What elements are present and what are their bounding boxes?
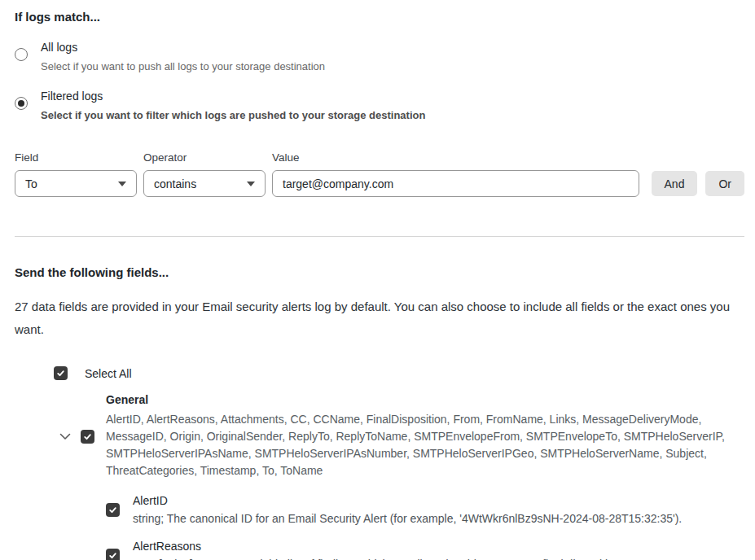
all-logs-label: All logs bbox=[41, 41, 325, 55]
alertid-checkbox[interactable] bbox=[106, 503, 120, 517]
check-icon bbox=[83, 432, 92, 441]
fields-intro-text: 27 data fields are provided in your Emai… bbox=[15, 295, 744, 341]
operator-column: Operator contains bbox=[143, 151, 266, 197]
general-group-texts: General AlertID, AlertReasons, Attachmen… bbox=[106, 393, 726, 479]
field-label: Field bbox=[15, 151, 137, 164]
radio-dot bbox=[18, 51, 24, 58]
field-item-alertreasons: AlertReasons array[string]; Human-readab… bbox=[106, 540, 744, 560]
fields-section: Send the following fields... 27 data fie… bbox=[15, 265, 744, 560]
value-input[interactable] bbox=[272, 170, 639, 197]
operator-label: Operator bbox=[143, 151, 266, 164]
or-button[interactable]: Or bbox=[705, 171, 744, 196]
check-icon bbox=[108, 551, 117, 560]
radio-button-unselected[interactable] bbox=[15, 48, 28, 61]
value-column: Value bbox=[272, 151, 639, 197]
filtered-logs-description: Select if you want to filter which logs … bbox=[41, 109, 425, 121]
chevron-down-icon[interactable] bbox=[59, 430, 72, 443]
all-logs-description: Select if you want to push all logs to y… bbox=[41, 60, 325, 72]
alertid-name: AlertID bbox=[133, 494, 682, 507]
general-group-field-list: AlertID, AlertReasons, Attachments, CC, … bbox=[106, 411, 726, 479]
general-group-title: General bbox=[106, 393, 726, 406]
select-all-checkbox[interactable] bbox=[54, 366, 68, 380]
general-group-checkbox[interactable] bbox=[81, 430, 94, 444]
log-match-radio-group: All logs Select if you want to push all … bbox=[15, 41, 744, 121]
radio-dot bbox=[18, 100, 24, 107]
field-select[interactable]: To bbox=[15, 170, 137, 197]
logpush-settings-panel: If logs match... All logs Select if you … bbox=[0, 0, 755, 560]
radio-option-all-logs[interactable]: All logs Select if you want to push all … bbox=[15, 41, 744, 72]
radio-option-filtered-logs[interactable]: Filtered logs Select if you want to filt… bbox=[15, 90, 744, 121]
alertreasons-checkbox[interactable] bbox=[106, 549, 120, 560]
send-fields-heading: Send the following fields... bbox=[15, 265, 744, 279]
chevron-down-icon bbox=[118, 182, 126, 186]
section-divider bbox=[15, 236, 744, 237]
alertid-description: string; The canonical ID for an Email Se… bbox=[133, 512, 682, 525]
field-column: Field To bbox=[15, 151, 137, 197]
select-all-label: Select All bbox=[85, 367, 132, 380]
operator-select[interactable]: contains bbox=[143, 170, 266, 197]
general-group-row: General AlertID, AlertReasons, Attachmen… bbox=[59, 393, 744, 479]
if-logs-match-heading: If logs match... bbox=[15, 10, 744, 24]
field-item-texts: AlertID string; The canonical ID for an … bbox=[133, 494, 682, 525]
select-all-row[interactable]: Select All bbox=[54, 366, 744, 380]
radio-button-selected[interactable] bbox=[15, 97, 28, 110]
field-item-texts: AlertReasons array[string]; Human-readab… bbox=[133, 540, 624, 560]
field-item-alertid: AlertID string; The canonical ID for an … bbox=[106, 494, 744, 525]
and-button[interactable]: And bbox=[652, 171, 698, 196]
condition-buttons: And Or bbox=[652, 171, 744, 196]
check-icon bbox=[56, 369, 65, 378]
value-label: Value bbox=[272, 151, 639, 164]
radio-texts: Filtered logs Select if you want to filt… bbox=[41, 90, 425, 121]
operator-select-value: contains bbox=[154, 177, 196, 190]
alertreasons-name: AlertReasons bbox=[133, 540, 624, 553]
filter-builder-row: Field To Operator contains Value And Or bbox=[15, 151, 744, 197]
filtered-logs-label: Filtered logs bbox=[41, 90, 425, 103]
check-icon bbox=[108, 505, 117, 514]
chevron-down-icon bbox=[247, 182, 255, 186]
field-select-value: To bbox=[25, 177, 37, 190]
radio-texts: All logs Select if you want to push all … bbox=[41, 41, 325, 72]
